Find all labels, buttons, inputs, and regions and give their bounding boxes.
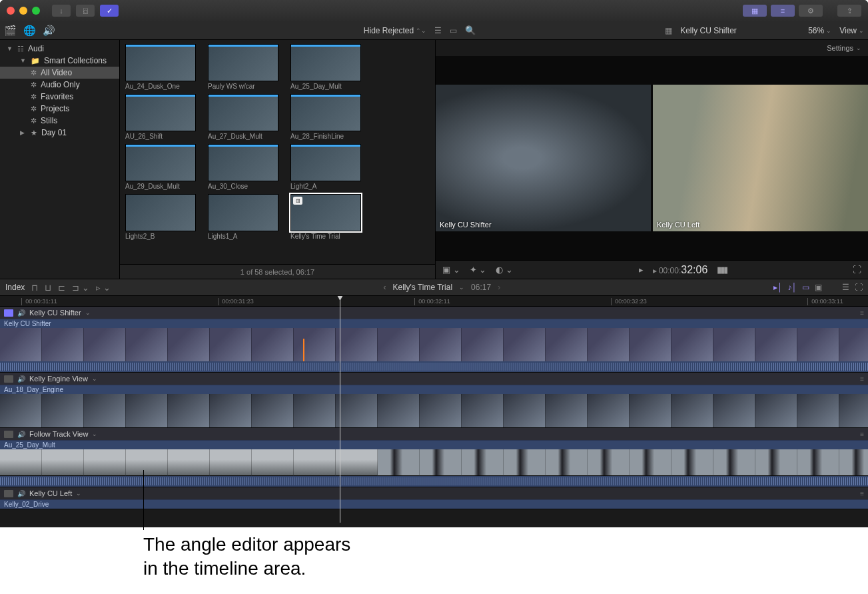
enhance-popup[interactable]: ✦ ⌄ xyxy=(470,265,487,275)
filmstrip-icon[interactable]: ▭ xyxy=(450,26,457,35)
zoom-popup[interactable]: 56% ⌄ xyxy=(808,26,831,35)
disclosure-triangle-icon[interactable]: ▶ xyxy=(20,129,27,136)
angle-name[interactable]: Kelly CU Shifter xyxy=(29,309,81,317)
audio-waveform[interactable] xyxy=(0,361,868,372)
timeline-forward-button[interactable]: › xyxy=(498,283,500,292)
speaker-icon[interactable]: 🔊 xyxy=(17,375,25,383)
library-item[interactable]: ▼ ☷ Audi xyxy=(0,43,119,55)
timeline-ruler[interactable]: │ 00:00:31:11│ 00:00:31:23│ 00:00:32:11│… xyxy=(0,296,868,307)
chevron-down-icon[interactable]: ⌄ xyxy=(76,490,81,497)
keyword-button[interactable]: ⌼ xyxy=(76,5,95,17)
filmstrip[interactable] xyxy=(0,394,868,427)
clip-thumbnail[interactable] xyxy=(208,194,278,231)
clip-thumbnail[interactable]: ⊞ xyxy=(290,194,361,231)
clip-item[interactable]: Au_29_Dusk_Mult xyxy=(125,144,196,190)
overwrite-icon[interactable]: ⊐ ⌄ xyxy=(72,283,89,293)
angle-name[interactable]: Kelly CU Left xyxy=(29,489,72,497)
angle-viewer[interactable]: Kelly CU Shifter Kelly CU Left xyxy=(436,56,868,260)
track-header[interactable]: 🔊 Kelly CU Left ⌄ ≡ xyxy=(0,487,868,499)
chevron-down-icon[interactable]: ⌄ xyxy=(92,375,97,382)
track-menu-icon[interactable]: ≡ xyxy=(860,309,864,317)
event-item[interactable]: ▶ ★ Day 01 xyxy=(0,127,119,139)
smart-collection-item[interactable]: ✲Favorites xyxy=(0,91,119,103)
import-button[interactable]: ↓ xyxy=(52,5,71,17)
clip-thumbnail[interactable] xyxy=(125,194,196,231)
append-icon[interactable]: ⊏ xyxy=(58,283,65,293)
chevron-down-icon[interactable]: ⌄ xyxy=(85,309,91,316)
angle-preview-left[interactable]: Kelly CU Shifter xyxy=(436,85,651,231)
connect-icon[interactable]: ⊓ xyxy=(31,283,38,293)
filmstrip[interactable] xyxy=(0,328,868,361)
search-icon[interactable]: 🔍 xyxy=(465,25,476,35)
clip-thumbnail[interactable] xyxy=(125,94,196,131)
browser-toggle-button[interactable]: ▦ xyxy=(743,5,767,17)
chevron-down-icon[interactable]: ⌄ xyxy=(92,431,97,437)
library-view-icon[interactable]: 🎬 xyxy=(4,25,17,37)
clip-appearance-icon[interactable]: ☰ xyxy=(842,283,849,292)
settings-popup[interactable]: Settings xyxy=(827,44,853,52)
smart-collection-item[interactable]: ✲All Video xyxy=(0,67,119,79)
share-button[interactable]: ⇪ xyxy=(837,5,861,17)
clip-appearance-icon[interactable]: ☰ xyxy=(434,26,442,35)
fullscreen-icon[interactable]: ⛶ xyxy=(853,265,861,275)
angle-track[interactable]: 🔊 Kelly CU Shifter ⌄ ≡ Kelly CU Shifter xyxy=(0,307,868,373)
clip-item[interactable]: Au_24_Dusk_One xyxy=(125,44,196,90)
clip-thumbnail[interactable] xyxy=(290,144,361,181)
timeline-toggle-button[interactable]: ≡ xyxy=(771,5,795,17)
clip-name-bar[interactable]: Au_18_Day_Engine xyxy=(0,385,868,394)
angle-preview-right[interactable]: Kelly CU Left xyxy=(653,85,868,231)
angle-name[interactable]: Kelly Engine View xyxy=(29,375,88,383)
monitor-icon[interactable] xyxy=(4,431,13,438)
transform-popup[interactable]: ▣ ⌄ xyxy=(442,265,460,275)
speaker-icon[interactable]: 🔊 xyxy=(17,309,25,317)
track-header[interactable]: 🔊 Kelly CU Shifter ⌄ ≡ xyxy=(0,307,868,319)
track-header[interactable]: 🔊 Kelly Engine View ⌄ ≡ xyxy=(0,373,868,385)
disclosure-triangle-icon[interactable]: ▼ xyxy=(7,45,13,52)
titles-icon[interactable]: 🔊 xyxy=(43,25,55,37)
skimming-icon[interactable]: ▸│ xyxy=(773,283,783,292)
filter-popup[interactable]: Hide Rejected ⌃⌄ xyxy=(364,26,426,35)
clip-thumbnail[interactable] xyxy=(290,94,361,131)
zoom-window-button[interactable] xyxy=(32,7,40,15)
audio-waveform[interactable] xyxy=(0,476,868,487)
monitor-icon[interactable] xyxy=(4,490,13,497)
smart-collection-item[interactable]: ✲Stills xyxy=(0,115,119,127)
audio-meter-icon[interactable]: ▮▮▮ xyxy=(717,265,727,275)
view-popup[interactable]: View ⌄ xyxy=(839,26,864,35)
track-menu-icon[interactable]: ≡ xyxy=(860,375,864,383)
monitor-icon[interactable] xyxy=(4,309,13,317)
clip-item[interactable]: ⊞Kelly's Time Trial xyxy=(290,194,361,240)
track-menu-icon[interactable]: ≡ xyxy=(860,431,864,438)
disclosure-triangle-icon[interactable]: ▼ xyxy=(20,57,27,64)
snapping-icon[interactable]: ▣ xyxy=(815,283,822,292)
minimize-window-button[interactable] xyxy=(19,7,27,15)
clip-name-bar[interactable]: Au_25_Day_Mult xyxy=(0,440,868,449)
retime-popup[interactable]: ◐ ⌄ xyxy=(496,265,513,275)
clip-thumbnail[interactable] xyxy=(208,144,278,181)
angle-name[interactable]: Follow Track View xyxy=(29,430,88,438)
clip-item[interactable]: Au_27_Dusk_Mult xyxy=(208,94,278,140)
solo-icon[interactable]: ▭ xyxy=(802,283,809,292)
photos-icon[interactable]: 🌐 xyxy=(23,25,36,37)
playhead[interactable] xyxy=(340,296,340,523)
timecode-display[interactable]: ▸ 00:00:32:06 xyxy=(653,264,708,276)
monitor-icon[interactable] xyxy=(4,375,13,383)
clip-thumbnail[interactable] xyxy=(208,94,278,131)
timeline-back-button[interactable]: ‹ xyxy=(383,283,386,292)
clip-name-bar[interactable]: Kelly_02_Drive xyxy=(0,499,868,509)
angle-track[interactable]: 🔊 Kelly Engine View ⌄ ≡ Au_18_Day_Engine xyxy=(0,373,868,428)
audio-skim-icon[interactable]: ♪│ xyxy=(788,283,797,292)
track-header[interactable]: 🔊 Follow Track View ⌄ ≡ xyxy=(0,428,868,440)
play-button[interactable]: ▸ xyxy=(639,265,644,275)
insert-icon[interactable]: ⊔ xyxy=(45,283,51,293)
clip-item[interactable]: Pauly WS w/car xyxy=(208,44,278,90)
speaker-icon[interactable]: 🔊 xyxy=(17,431,25,438)
clip-thumbnail[interactable] xyxy=(208,44,278,81)
background-tasks-button[interactable]: ✓ xyxy=(100,5,119,17)
clip-name-bar[interactable]: Kelly CU Shifter xyxy=(0,319,868,328)
clip-item[interactable]: Au_30_Close xyxy=(208,144,278,190)
edit-point[interactable] xyxy=(303,339,304,361)
clip-thumbnail[interactable] xyxy=(290,44,361,81)
clip-item[interactable]: Au_28_FinishLine xyxy=(290,94,361,140)
angle-track[interactable]: 🔊 Follow Track View ⌄ ≡ Au_25_Day_Mult xyxy=(0,428,868,487)
